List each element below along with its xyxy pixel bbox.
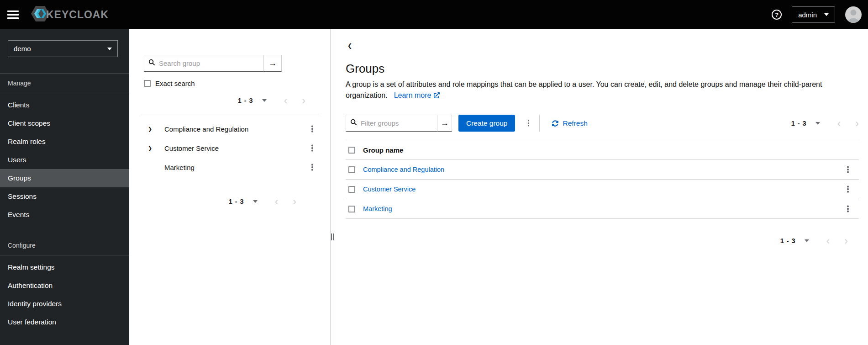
next-page-chevron-icon[interactable]: ›	[293, 197, 296, 206]
refresh-label: Refresh	[563, 119, 587, 127]
group-tree: ❯ Compliance and Regulation ❯ Customer S…	[144, 119, 317, 177]
brand-text: KEYCLOAK	[46, 9, 109, 21]
keycloak-logo[interactable]: KEYCLOAK	[31, 5, 109, 25]
kebab-menu-icon[interactable]	[307, 124, 317, 134]
pagination-range: 1 - 3	[229, 198, 244, 205]
help-icon[interactable]: ?	[772, 10, 782, 20]
tree-item-label[interactable]: Marketing	[158, 164, 307, 171]
previous-page-chevron-icon[interactable]: ‹	[826, 236, 830, 245]
masthead-actions: ? admin	[772, 6, 862, 23]
panel-splitter	[330, 29, 334, 345]
refresh-button[interactable]: Refresh	[552, 119, 587, 127]
filter-submit-arrow-icon[interactable]: →	[437, 115, 452, 132]
learn-more-label: Learn more	[394, 91, 431, 99]
sidebar-item-authentication[interactable]: Authentication	[0, 276, 129, 295]
caret-down-icon	[824, 13, 829, 16]
tree-item-label[interactable]: Customer Service	[158, 144, 307, 152]
per-page-toggle[interactable]: 1 - 3	[791, 120, 820, 127]
row-kebab-menu-icon[interactable]	[843, 184, 853, 194]
next-page-chevron-icon[interactable]: ›	[302, 96, 305, 105]
group-search-box	[144, 55, 264, 72]
sidebar-item-identity-providers[interactable]: Identity providers	[0, 295, 129, 313]
keycloak-admin-console: KEYCLOAK ? admin demo Manage Client	[0, 0, 868, 345]
tree-item: Marketing	[144, 158, 317, 177]
group-name-link[interactable]: Customer Service	[363, 186, 416, 193]
masthead: KEYCLOAK ? admin	[0, 0, 868, 29]
previous-page-chevron-icon[interactable]: ‹	[275, 197, 279, 206]
sidebar-item-events[interactable]: Events	[0, 206, 129, 224]
group-tree-panel: → Exact search 1 - 3 ‹ ›	[129, 29, 330, 345]
page-title: Groups	[346, 62, 859, 75]
sidebar-item-groups[interactable]: Groups	[0, 169, 129, 187]
next-page-chevron-icon[interactable]: ›	[855, 119, 859, 128]
select-all-checkbox[interactable]	[348, 147, 355, 154]
manage-nav-list: Clients Client scopes Realm roles Users …	[0, 93, 129, 224]
kebab-menu-icon[interactable]	[307, 143, 317, 153]
pagination-range: 1 - 3	[791, 120, 807, 127]
pagination-range: 1 - 3	[238, 97, 253, 104]
exact-search-label: Exact search	[155, 80, 195, 87]
nav-toggle-hamburger-icon[interactable]	[7, 11, 19, 19]
realm-selector-value: demo	[14, 45, 31, 53]
pagination-range: 1 - 3	[780, 237, 796, 244]
row-kebab-menu-icon[interactable]	[843, 204, 853, 214]
group-search-input[interactable]	[159, 59, 259, 67]
sidebar-item-client-scopes[interactable]: Client scopes	[0, 114, 129, 133]
group-name-link[interactable]: Compliance and Regulation	[363, 166, 444, 173]
row-kebab-menu-icon[interactable]	[843, 165, 853, 175]
caret-down-icon	[805, 239, 809, 242]
next-page-chevron-icon[interactable]: ›	[844, 236, 848, 245]
sidebar-item-user-federation[interactable]: User federation	[0, 313, 129, 331]
row-checkbox[interactable]	[348, 166, 355, 173]
external-link-icon	[434, 92, 440, 98]
column-header-group-name: Group name	[363, 146, 403, 154]
group-name-link[interactable]: Marketing	[363, 205, 392, 212]
expand-chevron-icon[interactable]: ❯	[144, 126, 158, 132]
sidebar-item-sessions[interactable]: Sessions	[0, 187, 129, 206]
per-page-toggle[interactable]: 1 - 3	[780, 237, 809, 244]
sidebar-item-users[interactable]: Users	[0, 151, 129, 169]
toolbar-kebab-menu-icon[interactable]	[523, 118, 533, 128]
collapse-panel-chevron-icon[interactable]: ❮	[346, 42, 354, 50]
caret-down-icon	[815, 122, 820, 125]
sidebar-item-realm-settings[interactable]: Realm settings	[0, 258, 129, 276]
refresh-icon	[552, 120, 558, 127]
groups-main-panel: ❮ Groups A group is a set of attributes …	[334, 29, 868, 345]
configure-nav-list: Realm settings Authentication Identity p…	[0, 255, 129, 331]
learn-more-link[interactable]: Learn more	[394, 91, 440, 99]
filter-groups: →	[346, 115, 452, 132]
create-group-button[interactable]: Create group	[458, 115, 515, 132]
filter-groups-input[interactable]	[361, 119, 433, 127]
toolbar-divider	[539, 115, 540, 132]
caret-down-icon	[107, 48, 112, 50]
kebab-menu-icon[interactable]	[307, 162, 317, 172]
user-avatar-icon	[845, 6, 862, 23]
groups-toolbar: → Create group Refresh 1 - 3 ‹	[346, 115, 859, 132]
user-menu-dropdown[interactable]: admin	[792, 6, 835, 23]
per-page-toggle[interactable]: 1 - 3	[238, 97, 267, 104]
expand-chevron-icon[interactable]: ❯	[144, 145, 158, 151]
splitter-drag-grip-icon[interactable]	[331, 234, 334, 240]
row-checkbox[interactable]	[348, 186, 355, 193]
previous-page-chevron-icon[interactable]: ‹	[837, 119, 841, 128]
caret-down-icon	[253, 200, 258, 203]
table-header-row: Group name	[346, 140, 859, 160]
exact-search-checkbox[interactable]	[144, 80, 151, 87]
sidebar-item-realm-roles[interactable]: Realm roles	[0, 133, 129, 151]
tree-pagination-bottom: 1 - 3 ‹ ›	[144, 193, 317, 210]
tree-pagination-top: 1 - 3 ‹ ›	[144, 92, 317, 109]
group-search-submit-arrow-icon[interactable]: →	[263, 55, 282, 72]
realm-selector[interactable]: demo	[8, 40, 118, 57]
previous-page-chevron-icon[interactable]: ‹	[284, 96, 288, 105]
caret-down-icon	[262, 99, 267, 102]
group-search: →	[144, 55, 282, 72]
table-pagination-top: 1 - 3 ‹ ›	[791, 115, 859, 132]
table-row: Customer Service	[346, 180, 859, 199]
table-row: Compliance and Regulation	[346, 160, 859, 180]
table-row: Marketing	[346, 199, 859, 219]
tree-item-label[interactable]: Compliance and Regulation	[158, 125, 307, 133]
per-page-toggle[interactable]: 1 - 3	[229, 198, 258, 205]
sidebar-item-clients[interactable]: Clients	[0, 96, 129, 114]
filter-groups-box	[346, 115, 437, 132]
row-checkbox[interactable]	[348, 206, 355, 212]
